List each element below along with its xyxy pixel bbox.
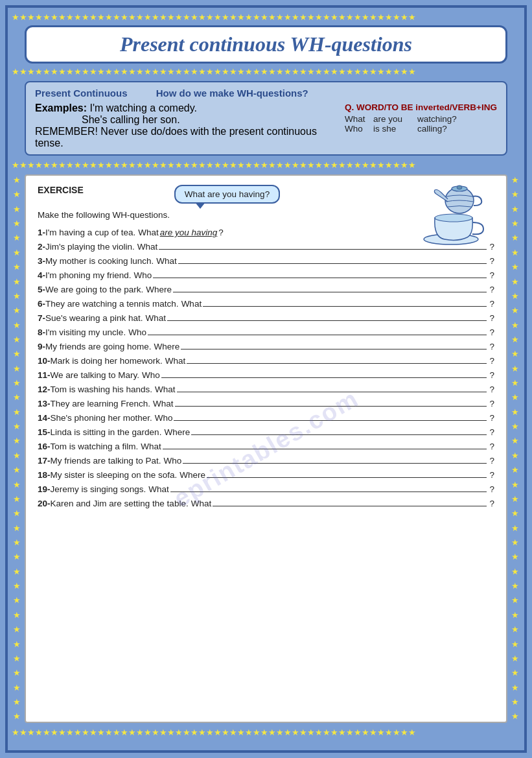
star: ★ [74,67,82,76]
sentence-text: 1-I'm having a cup of tea. [38,228,135,237]
star: ★ [260,728,268,737]
star: ★ [13,536,21,550]
star: ★ [511,405,519,420]
star: ★ [330,728,338,737]
star: ★ [511,652,519,666]
star: ★ [511,622,519,637]
star: ★ [82,67,89,76]
example-1-statement: Examples: I'm watching a comedy. [35,102,338,114]
top-stars-row: ★★★★★★★★★★★★★★★★★★★★★★★★★★★★★★★★★★★★★★★★… [12,13,520,21]
star: ★ [511,173,519,187]
star: ★ [511,347,519,361]
example-1-answer: What are you watching? [345,114,497,124]
star: ★ [13,622,21,637]
star: ★ [362,67,369,76]
star: ★ [511,492,519,506]
list-item: 20-Karen and Jim are setting the table. … [38,499,494,508]
star: ★ [136,728,144,737]
sentence-text: 17-My friends are talking to Pat. [38,456,161,466]
star: ★ [113,728,121,737]
star: ★ [511,187,519,202]
question-mark: ? [489,499,494,508]
star: ★ [214,13,222,21]
star: ★ [13,347,21,361]
wh-word: What [181,299,202,309]
list-item: 8-I'm visiting my uncle. Who ? [38,327,494,337]
star: ★ [198,728,206,737]
question-mark: ? [489,327,494,337]
star: ★ [13,709,21,724]
question-mark: ? [489,270,494,280]
star: ★ [214,161,222,169]
star: ★ [13,666,21,680]
star: ★ [369,728,377,737]
left-stars: ★★★★★★★★★★★★★★★★★★★★★★★★★★★★★★★★★★★★★★ [12,171,22,727]
answer-line [187,363,487,364]
star: ★ [12,161,19,169]
star: ★ [152,161,159,169]
star: ★ [13,173,21,187]
teapot-illustration [415,182,493,250]
star: ★ [330,13,338,21]
star: ★ [393,728,400,737]
star: ★ [66,728,74,737]
star: ★ [12,13,19,21]
star: ★ [74,13,82,21]
star: ★ [19,67,27,76]
star: ★ [276,728,284,737]
star: ★ [51,13,58,21]
star: ★ [511,695,519,709]
star: ★ [511,579,519,593]
star: ★ [105,67,113,76]
star: ★ [511,303,519,318]
star: ★ [191,13,198,21]
star: ★ [377,161,385,169]
star: ★ [511,246,519,260]
question-mark: ? [489,442,494,451]
star: ★ [338,728,346,737]
star: ★ [191,67,198,76]
star: ★ [245,161,253,169]
star: ★ [307,67,315,76]
star: ★ [511,333,519,347]
star: ★ [511,434,519,448]
question-mark: ? [489,456,494,466]
star: ★ [511,478,519,492]
star: ★ [323,67,330,76]
svg-point-1 [435,214,472,222]
star: ★ [19,13,27,21]
star: ★ [323,728,330,737]
star: ★ [121,13,128,21]
star: ★ [74,728,82,737]
star: ★ [408,13,416,21]
sentence-text: 3-My mother is cooking lunch. [38,256,154,266]
answer-line [163,449,487,449]
star: ★ [338,13,346,21]
star: ★ [222,13,229,21]
star: ★ [369,161,377,169]
sentence-text: 2-Jim's playing the violin. [38,242,135,252]
sentence-text: 6-They are watching a tennis match. [38,299,179,309]
star: ★ [12,67,19,76]
star: ★ [276,67,284,76]
star: ★ [346,13,354,21]
star: ★ [27,13,35,21]
star: ★ [35,67,43,76]
star: ★ [268,13,276,21]
star: ★ [183,67,191,76]
star: ★ [167,67,175,76]
star: ★ [511,376,519,390]
star: ★ [51,161,58,169]
star: ★ [511,536,519,550]
answer-line [167,320,487,321]
star: ★ [245,13,253,21]
answer-line [153,278,487,278]
list-item: 16-Tom is watching a film. What ? [38,442,494,451]
star: ★ [13,695,21,709]
star: ★ [175,728,183,737]
answer-line [161,377,487,378]
star: ★ [27,161,35,169]
star: ★ [121,67,128,76]
sentence-text: 20-Karen and Jim are setting the table. [38,499,189,508]
star: ★ [338,67,346,76]
